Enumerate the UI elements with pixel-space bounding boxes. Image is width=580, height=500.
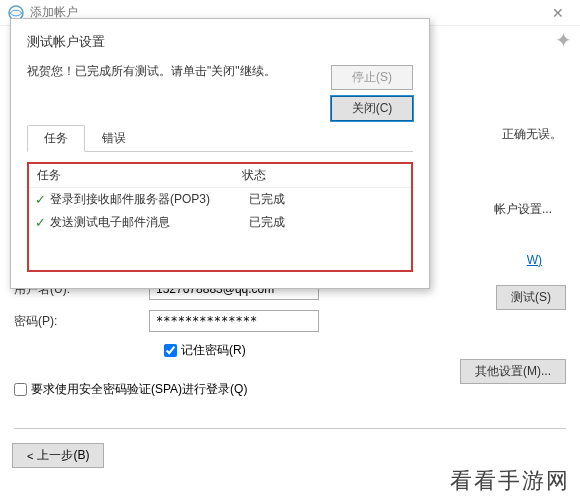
- watermark: 看看手游网: [446, 464, 574, 498]
- spa-checkbox[interactable]: [14, 383, 27, 396]
- checkmark-icon: ✓: [35, 215, 46, 230]
- checkmark-icon: ✓: [35, 192, 46, 207]
- task-table-header: 任务 状态: [29, 164, 411, 188]
- form-area: 用户名(U): 密码(P): 记住密码(R) 要求使用安全密码验证(SPA)进行…: [14, 278, 566, 429]
- account-settings-link[interactable]: 帐户设置...: [494, 201, 552, 218]
- other-settings-button[interactable]: 其他设置(M)...: [460, 359, 566, 384]
- task-column-header: 任务: [37, 167, 242, 184]
- dialog-title: 测试帐户设置: [27, 33, 413, 51]
- dialog-button-group: 停止(S) 关闭(C): [331, 65, 413, 121]
- task-name: 发送测试电子邮件消息: [50, 214, 249, 231]
- task-table-spacer: [29, 234, 411, 270]
- status-column-header: 状态: [242, 167, 403, 184]
- previous-button[interactable]: < 上一步(B): [12, 443, 104, 468]
- task-name: 登录到接收邮件服务器(POP3): [50, 191, 249, 208]
- close-button[interactable]: 关闭(C): [331, 96, 413, 121]
- task-status: 已完成: [249, 191, 403, 208]
- task-status: 已完成: [249, 214, 403, 231]
- task-row: ✓ 登录到接收邮件服务器(POP3) 已完成: [29, 188, 411, 211]
- remember-password-checkbox[interactable]: [164, 344, 177, 357]
- stop-button[interactable]: 停止(S): [331, 65, 413, 90]
- dialog-tabs: 任务 错误: [27, 124, 413, 152]
- password-row: 密码(P):: [14, 310, 566, 332]
- tab-tasks[interactable]: 任务: [27, 125, 85, 152]
- password-field[interactable]: [149, 310, 319, 332]
- password-label: 密码(P):: [14, 313, 149, 330]
- info-text: 正确无误。: [502, 126, 562, 143]
- w-link[interactable]: W): [527, 253, 542, 267]
- task-table: 任务 状态 ✓ 登录到接收邮件服务器(POP3) 已完成 ✓ 发送测试电子邮件消…: [27, 162, 413, 272]
- tab-errors[interactable]: 错误: [85, 125, 143, 152]
- remember-password-label: 记住密码(R): [181, 342, 246, 359]
- test-settings-dialog: 测试帐户设置 祝贺您！已完成所有测试。请单击"关闭"继续。 停止(S) 关闭(C…: [10, 18, 430, 289]
- spa-label: 要求使用安全密码验证(SPA)进行登录(Q): [31, 381, 247, 398]
- divider: [14, 428, 566, 429]
- task-row: ✓ 发送测试电子邮件消息 已完成: [29, 211, 411, 234]
- chevron-left-icon: <: [27, 450, 33, 462]
- close-icon[interactable]: ✕: [544, 5, 572, 21]
- dialog-body: 测试帐户设置 祝贺您！已完成所有测试。请单击"关闭"继续。 停止(S) 关闭(C…: [11, 19, 429, 288]
- remember-password-row: 记住密码(R): [164, 342, 566, 359]
- previous-button-label: 上一步(B): [37, 447, 89, 464]
